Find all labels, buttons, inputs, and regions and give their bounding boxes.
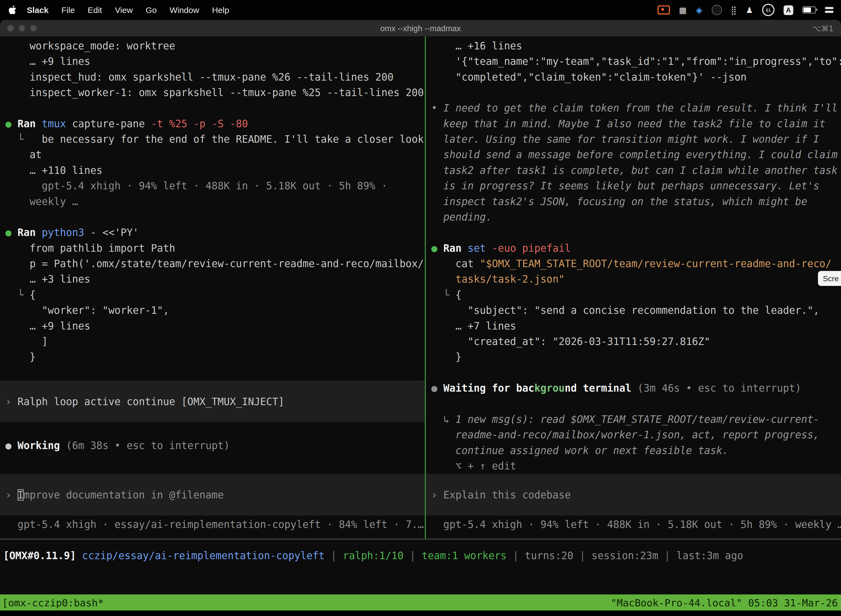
text-segment: Working bbox=[18, 440, 66, 451]
text-segment: ⌥ + ↑ edit bbox=[431, 461, 516, 472]
terminal-line: … +3 lines bbox=[5, 271, 425, 287]
prompt-suggestion-explain-codebase[interactable]: › Explain this codebase bbox=[426, 474, 841, 516]
person-icon[interactable]: ♟ bbox=[746, 5, 753, 15]
menubar-item-help[interactable]: Help bbox=[205, 0, 236, 20]
text-segment: inspect task2's JSON, focusing on the st… bbox=[431, 196, 807, 207]
menubar-item-go[interactable]: Go bbox=[139, 0, 163, 20]
text-segment bbox=[431, 273, 456, 285]
screen-recording-icon[interactable] bbox=[658, 5, 670, 14]
menubar-status-icons: ▦ ◈ ⣿ ♟ 61 A bbox=[658, 4, 841, 16]
window-title: omx --xhigh --madmax bbox=[0, 24, 841, 33]
apple-menu-icon[interactable] bbox=[9, 5, 17, 15]
text-segment: ● bbox=[431, 243, 443, 254]
session-stats: gpt-5.4 xhigh · 94% left · 488K in · 5.1… bbox=[431, 517, 841, 532]
text-segment: "worker": "worker-1", bbox=[5, 305, 169, 316]
text-segment: ● bbox=[5, 440, 18, 451]
terminal-line: └ { bbox=[431, 287, 841, 302]
ran-tmux-command: ● Ran tmux capture-pane -t %25 -p -S -80 bbox=[5, 116, 425, 131]
text-segment: last:3m ago bbox=[677, 550, 743, 561]
terminal-line: "subject": "send a concise recommendatio… bbox=[431, 302, 841, 318]
text-segment: (3m 46s • esc to interrupt) bbox=[637, 383, 801, 394]
battery-icon[interactable] bbox=[802, 6, 816, 13]
terminal-line: keep that in mind. Maybe I also need the… bbox=[431, 116, 841, 131]
text-segment: › bbox=[5, 489, 18, 500]
text-segment: "$OMX_TEAM_STATE_ROOT/team/review-curren… bbox=[480, 258, 832, 269]
input-source-icon[interactable]: A bbox=[784, 5, 793, 15]
terminal-line: continue assigned work or next feasible … bbox=[431, 443, 841, 458]
terminal-line: … +7 lines bbox=[431, 318, 841, 334]
text-segment: '{"team_name":"my-team","task_id":"1","f… bbox=[431, 56, 841, 67]
text-segment: "created_at": "2026-03-31T11:59:27.816Z" bbox=[431, 336, 710, 347]
text-segment: session:23m bbox=[592, 550, 664, 561]
minimize-button[interactable] bbox=[19, 25, 25, 31]
terminal-line: task2 after task1 is complete, but can I… bbox=[431, 163, 841, 178]
text-segment: task2 after task1 is complete, but can I… bbox=[431, 165, 838, 176]
text-segment: -t %25 -p -S -80 bbox=[151, 118, 248, 129]
text-segment: Explain this codebase bbox=[443, 489, 571, 500]
menubar-item-view[interactable]: View bbox=[108, 0, 139, 20]
menubar-item-window[interactable]: Window bbox=[163, 0, 205, 20]
text-segment: › bbox=[431, 489, 443, 500]
window-titlebar[interactable]: omx --xhigh --madmax ⌥⌘1 bbox=[0, 20, 841, 37]
close-button[interactable] bbox=[7, 25, 13, 31]
text-segment: ● bbox=[5, 118, 18, 129]
text-segment: cczip/essay/ai-reimplementation-copyleft bbox=[82, 550, 331, 561]
menubar-item-file[interactable]: File bbox=[55, 0, 81, 20]
waiting-status: ● Waiting for background terminal (3m 46… bbox=[431, 380, 841, 396]
terminal-line: } bbox=[431, 349, 841, 365]
menubar-item-edit[interactable]: Edit bbox=[81, 0, 108, 20]
mailbox-message: ↳ 1 new msg(s): read $OMX_TEAM_STATE_ROO… bbox=[431, 412, 841, 427]
text-segment: … +7 lines bbox=[431, 320, 516, 331]
control-center-icon[interactable] bbox=[825, 7, 834, 13]
text-segment: kgrou bbox=[535, 383, 565, 394]
prompt-suggestion-improve-docs[interactable]: › Improve documentation in @filename bbox=[0, 474, 425, 516]
battery-percentage-icon[interactable]: 61 bbox=[762, 4, 775, 16]
zoom-button[interactable] bbox=[30, 25, 37, 31]
text-segment: └ bbox=[431, 289, 456, 301]
text-segment: … +3 lines bbox=[5, 273, 90, 285]
terminal-line: ] bbox=[5, 334, 425, 349]
omx-status-line: [OMX#0.11.9] cczip/essay/ai-reimplementa… bbox=[3, 548, 841, 563]
menubar-app-name[interactable]: Slack bbox=[21, 0, 55, 20]
terminal-line: inspect_hud: omx sparkshell --tmux-pane … bbox=[5, 69, 425, 85]
text-segment: tmux bbox=[42, 118, 72, 129]
terminal-line: … +110 lines bbox=[5, 163, 425, 178]
text-segment: gpt-5.4 xhigh · essay/ai-reimplementatio… bbox=[5, 519, 424, 530]
text-segment: | bbox=[579, 550, 592, 561]
app-grid-icon[interactable]: ⣿ bbox=[731, 5, 737, 15]
text-segment: … +9 lines bbox=[5, 320, 90, 331]
blue-app-icon[interactable]: ◈ bbox=[696, 5, 702, 15]
omx-status-content: [OMX#0.11.9] cczip/essay/ai-reimplementa… bbox=[3, 548, 841, 563]
text-segment: be necessary for the end of the README. … bbox=[42, 133, 424, 145]
text-segment: nd terminal bbox=[564, 383, 637, 394]
screen-overlay-tooltip: Scre bbox=[818, 271, 841, 286]
terminal-window: omx --xhigh --madmax ⌥⌘1 workspace_mode:… bbox=[0, 20, 841, 616]
tmux-status-bar: [omx-cczip0:bash* "MacBook-Pro-44.local"… bbox=[0, 594, 841, 610]
terminal-line: workspace_mode: worktree bbox=[5, 38, 425, 54]
text-segment: I need to get the claim token from the c… bbox=[443, 103, 838, 114]
tmux-session-window[interactable]: [omx-cczip0:bash* bbox=[0, 597, 104, 608]
right-pane-output: … +16 lines '{"team_name":"my-team","tas… bbox=[431, 38, 841, 474]
terminal-line bbox=[431, 85, 841, 100]
dark-app-icon[interactable] bbox=[712, 5, 722, 15]
terminal-line: "completed","claim_token":"claim-token"}… bbox=[431, 69, 841, 85]
text-segment: Ran bbox=[443, 243, 468, 254]
terminal-line bbox=[5, 422, 425, 438]
text-segment: | bbox=[331, 550, 343, 561]
text-segment: gpt-5.4 xhigh · 94% left · 488K in · 5.1… bbox=[5, 180, 387, 192]
left-terminal-pane[interactable]: workspace_mode: worktree … +9 lines insp… bbox=[0, 37, 425, 538]
text-segment: later. Using the same for transition mig… bbox=[431, 133, 819, 145]
terminal-line: "created_at": "2026-03-31T11:59:27.816Z" bbox=[431, 334, 841, 349]
working-status: ● Working (6m 38s • esc to interrupt) bbox=[5, 438, 425, 453]
text-segment: Ralph loop active continue [OMX_TMUX_INJ… bbox=[18, 396, 284, 407]
left-pane-footer: › Improve documentation in @filename gpt… bbox=[5, 474, 425, 532]
text-segment: readme-and-reco/mailbox/worker-1.json, a… bbox=[431, 429, 819, 440]
text-segment: ↳ bbox=[431, 414, 456, 425]
right-terminal-pane[interactable]: … +16 lines '{"team_name":"my-team","tas… bbox=[426, 37, 841, 538]
terminal-line: cat "$OMX_TEAM_STATE_ROOT/team/review-cu… bbox=[431, 256, 841, 271]
text-segment: pending. bbox=[431, 211, 492, 223]
text-segment: ● bbox=[5, 227, 18, 238]
terminal-line: p = Path('.omx/state/team/review-current… bbox=[5, 256, 425, 271]
terminal-line: … +9 lines bbox=[5, 318, 425, 334]
keyboard-icon[interactable]: ▦ bbox=[679, 5, 687, 15]
